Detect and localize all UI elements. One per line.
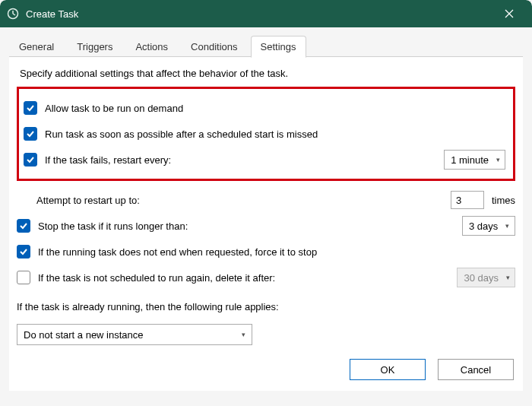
window-title: Create Task [26, 8, 492, 20]
label-times: times [492, 195, 515, 206]
chevron-down-icon: ▾ [496, 156, 500, 163]
tab-general[interactable]: General [9, 36, 64, 57]
label-allow-on-demand: Allow task to be run on demand [45, 103, 183, 114]
label-attempt-restart: Attempt to restart up to: [36, 195, 140, 206]
select-stop-duration[interactable]: 3 days ▾ [462, 216, 515, 236]
tab-settings[interactable]: Settings [251, 36, 306, 58]
row-force-stop: If the running task does not end when re… [17, 239, 515, 265]
checkbox-delete-after[interactable] [17, 271, 30, 284]
app-icon [6, 7, 20, 21]
check-icon [26, 129, 35, 138]
select-stop-duration-value: 3 days [469, 220, 498, 232]
check-icon [26, 103, 35, 113]
input-attempt-restart-count[interactable] [451, 191, 484, 209]
select-running-rule[interactable]: Do not start a new instance ▾ [17, 324, 252, 345]
row-run-asap: Run task as soon as possible after a sch… [24, 121, 505, 147]
checkbox-force-stop[interactable] [17, 245, 30, 259]
label-stop-longer: Stop the task if it runs longer than: [38, 220, 188, 232]
check-icon [26, 155, 35, 164]
select-running-rule-value: Do not start a new instance [24, 329, 242, 341]
tab-triggers[interactable]: Triggers [67, 36, 122, 57]
checkbox-restart-every[interactable] [24, 153, 37, 167]
select-restart-interval-value: 1 minute [451, 154, 489, 166]
chevron-down-icon: ▾ [505, 222, 509, 230]
checkbox-stop-longer[interactable] [17, 219, 30, 233]
tab-conditions[interactable]: Conditions [181, 36, 247, 57]
check-icon [19, 221, 28, 230]
label-force-stop: If the running task does not end when re… [38, 246, 317, 258]
label-running-rule: If the task is already running, then the… [17, 301, 279, 312]
row-attempt-restart: Attempt to restart up to: times [17, 187, 515, 213]
row-delete-after: If the task is not scheduled to run agai… [17, 265, 515, 290]
svg-line-2 [13, 14, 15, 15]
settings-panel: Specify additional settings that affect … [9, 56, 523, 391]
tab-actions[interactable]: Actions [125, 36, 178, 57]
select-delete-after: 30 days ▾ [457, 268, 515, 287]
label-restart-every: If the task fails, restart every: [45, 154, 171, 166]
check-icon [19, 247, 28, 256]
titlebar: Create Task [0, 0, 532, 27]
close-icon [505, 9, 514, 18]
row-running-rule: If the task is already running, then the… [17, 293, 515, 319]
chevron-down-icon: ▾ [506, 274, 510, 281]
panel-description: Specify additional settings that affect … [20, 68, 512, 79]
select-delete-after-value: 30 days [464, 272, 499, 284]
label-run-asap: Run task as soon as possible after a sch… [45, 128, 318, 140]
checkbox-allow-on-demand[interactable] [24, 101, 37, 115]
dialog-footer: OK Cancel [350, 359, 514, 380]
row-stop-longer: Stop the task if it runs longer than: 3 … [17, 213, 515, 239]
cancel-button[interactable]: Cancel [438, 359, 514, 380]
tabs: General Triggers Actions Conditions Sett… [0, 27, 532, 57]
ok-button[interactable]: OK [350, 359, 426, 380]
label-delete-after: If the task is not scheduled to run agai… [38, 272, 275, 284]
highlight-box: Allow task to be run on demand Run task … [17, 87, 515, 181]
chevron-down-icon: ▾ [242, 331, 245, 338]
row-allow-on-demand: Allow task to be run on demand [24, 95, 505, 121]
close-button[interactable] [492, 0, 526, 27]
row-restart-every: If the task fails, restart every: 1 minu… [24, 147, 505, 173]
select-restart-interval[interactable]: 1 minute ▾ [444, 150, 505, 170]
checkbox-run-asap[interactable] [24, 127, 37, 141]
